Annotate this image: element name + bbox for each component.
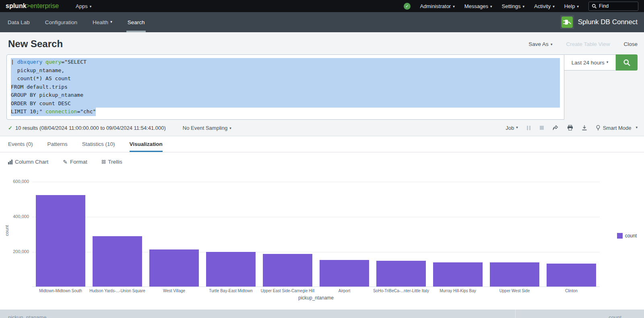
chevron-down-icon: ▾ xyxy=(490,4,492,8)
x-tick-label: Upper East Side-Carnegie Hill xyxy=(259,289,316,293)
results-tabs: Events (0) Patterns Statistics (10) Visu… xyxy=(0,136,644,152)
job-controls: Job▾ Smart Mode▾ xyxy=(506,125,638,131)
trellis-button[interactable]: Trellis xyxy=(102,159,122,165)
logo-brand: splunk xyxy=(6,2,27,9)
find-search-box[interactable] xyxy=(588,2,638,11)
splunk-logo[interactable]: splunk>enterprise xyxy=(6,2,59,10)
app-icon-tile xyxy=(560,15,574,29)
table-header-count[interactable]: count xyxy=(515,310,644,318)
chevron-down-icon: ▾ xyxy=(607,60,609,64)
query-line: count(*) AS count xyxy=(11,75,560,83)
health-status-icon[interactable]: ✓ xyxy=(404,3,411,10)
query-line: GROUP BY pickup_ntaname xyxy=(11,91,560,100)
help-menu[interactable]: Help▾ xyxy=(564,3,579,9)
query-line: FROM default.trips xyxy=(11,83,560,91)
share-button[interactable] xyxy=(552,125,559,131)
search-icon xyxy=(623,59,631,67)
header-actions: Save As▾ Create Table View Close xyxy=(528,41,638,47)
export-button[interactable] xyxy=(582,125,587,131)
legend-swatch xyxy=(617,233,623,239)
bar-2[interactable] xyxy=(93,236,142,287)
x-axis-title: pickup_ntaname xyxy=(32,295,600,301)
chevron-down-icon: ▾ xyxy=(522,4,524,8)
bar-9[interactable] xyxy=(490,262,539,287)
tab-statistics[interactable]: Statistics (10) xyxy=(82,136,115,152)
bar-slot xyxy=(89,236,146,287)
share-icon xyxy=(552,125,559,131)
tab-events[interactable]: Events (0) xyxy=(8,136,33,152)
app-nav-bar: Data Lab Configuration Health▾ Search Sp… xyxy=(0,12,644,32)
stop-button[interactable] xyxy=(540,126,544,130)
bar-4[interactable] xyxy=(206,252,256,287)
chart-type-picker[interactable]: Column Chart xyxy=(8,159,48,165)
page-head: New Search Save As▾ Create Table View Cl… xyxy=(0,32,644,54)
messages-menu[interactable]: Messages▾ xyxy=(464,3,492,9)
tab-patterns[interactable]: Patterns xyxy=(47,136,68,152)
y-tick-label: 600,000 xyxy=(6,179,29,184)
print-icon xyxy=(567,125,573,131)
topbar-right: ✓ Administrator▾ Messages▾ Settings▾ Act… xyxy=(404,2,638,11)
appnav-item-configuration[interactable]: Configuration xyxy=(37,12,85,32)
activity-menu[interactable]: Activity▾ xyxy=(534,3,555,9)
legend-item-count[interactable]: count xyxy=(617,233,637,239)
lightbulb-icon xyxy=(596,125,601,131)
chevron-down-icon: ▾ xyxy=(229,126,231,130)
logo-separator: > xyxy=(27,2,30,9)
query-line: LIMIT 10;" connection="chc" xyxy=(11,108,96,116)
bar-slot xyxy=(543,264,600,287)
search-header-zone: New Search Save As▾ Create Table View Cl… xyxy=(0,32,644,136)
x-tick-label: Upper West Side xyxy=(486,289,543,293)
administrator-menu[interactable]: Administrator▾ xyxy=(420,3,455,9)
chevron-down-icon: ▾ xyxy=(577,4,579,8)
save-as-button[interactable]: Save As▾ xyxy=(528,41,552,47)
apps-menu[interactable]: Apps▾ xyxy=(76,3,91,9)
x-tick-label: Murray Hill-Kips Bay xyxy=(429,289,486,293)
tab-visualization[interactable]: Visualization xyxy=(130,136,163,152)
appnav-item-data-lab[interactable]: Data Lab xyxy=(0,12,37,32)
query-line: ORDER BY count DESC xyxy=(11,100,560,108)
bar-slot xyxy=(32,195,89,287)
chevron-down-icon: ▾ xyxy=(636,125,638,129)
appnav-item-search[interactable]: Search xyxy=(120,12,153,32)
chevron-down-icon: ▾ xyxy=(90,4,92,8)
print-button[interactable] xyxy=(567,125,573,131)
pencil-icon: ✎ xyxy=(63,159,68,165)
pause-button[interactable] xyxy=(526,126,531,130)
smart-mode-menu[interactable]: Smart Mode▾ xyxy=(596,125,638,131)
app-identity: Splunk DB Connect xyxy=(560,12,644,32)
settings-menu[interactable]: Settings▾ xyxy=(502,3,525,9)
bar-3[interactable] xyxy=(149,249,199,287)
format-button[interactable]: ✎ Format xyxy=(63,159,87,165)
logo-product: enterprise xyxy=(30,2,59,9)
bar-6[interactable] xyxy=(320,260,369,287)
search-query-input[interactable]: | dbxquery query="SELECT pickup_ntaname,… xyxy=(6,54,564,120)
x-tick-label: Midtown-Midtown South xyxy=(32,289,89,293)
close-button[interactable]: Close xyxy=(623,41,638,47)
results-bar: ✓ 10 results (08/04/2024 11:00:00.000 to… xyxy=(0,120,644,136)
bar-5[interactable] xyxy=(263,254,312,287)
x-tick-label: Turtle Bay-East Midtown xyxy=(202,289,259,293)
create-table-view-button[interactable]: Create Table View xyxy=(566,41,610,47)
chevron-down-icon: ▾ xyxy=(553,4,555,8)
chevron-down-icon: ▾ xyxy=(453,4,455,8)
bar-8[interactable] xyxy=(433,262,483,287)
event-sampling-menu[interactable]: No Event Sampling▾ xyxy=(183,125,231,131)
bar-7[interactable] xyxy=(376,261,426,287)
search-icon xyxy=(592,4,597,9)
job-menu[interactable]: Job▾ xyxy=(506,125,518,131)
search-bar-row: | dbxquery query="SELECT pickup_ntaname,… xyxy=(6,54,638,120)
table-header-pickup-ntaname[interactable]: pickup_ntaname xyxy=(0,310,515,318)
bar-slot xyxy=(373,261,429,287)
time-range-picker[interactable]: Last 24 hours▾ xyxy=(564,54,616,71)
appnav-item-health[interactable]: Health▾ xyxy=(85,12,120,32)
plot-area xyxy=(32,172,600,287)
bar-slot xyxy=(259,254,316,287)
query-line: pickup_ntaname, xyxy=(11,67,560,75)
bar-1[interactable] xyxy=(36,195,85,287)
run-search-button[interactable] xyxy=(616,54,638,71)
find-input[interactable] xyxy=(599,3,631,9)
y-tick-label: 400,000 xyxy=(6,214,29,219)
bar-10[interactable] xyxy=(547,264,596,287)
visualization-toolbar: Column Chart ✎ Format Trellis xyxy=(0,152,644,169)
column-chart-icon xyxy=(8,160,12,164)
